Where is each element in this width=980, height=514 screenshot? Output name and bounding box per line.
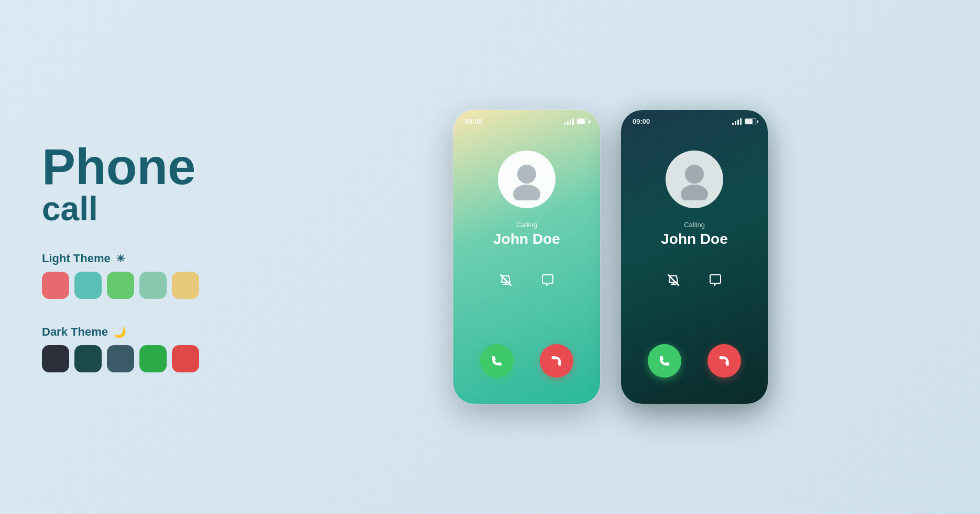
phones-panel: 09:00 (283, 110, 938, 404)
phone-decline-icon-light (549, 353, 564, 369)
signal-icon-light (564, 119, 574, 125)
mute-button-light[interactable] (494, 269, 517, 292)
swatch-light-5 (172, 272, 199, 299)
phone-dark: 09:00 (621, 110, 768, 404)
svg-point-1 (513, 185, 540, 200)
avatar-svg-light (506, 158, 548, 200)
phone-light-screen: 09:00 (453, 110, 600, 404)
left-panel: Phone call Light Theme ☀ Dark Theme 🌙 (42, 142, 241, 372)
swatch-dark-1 (42, 345, 69, 372)
decline-button-light[interactable] (540, 344, 573, 378)
accept-button-dark[interactable] (648, 344, 681, 378)
phone-decline-icon-dark (716, 353, 732, 369)
main-title: Phone call (42, 142, 241, 226)
battery-icon-dark (745, 119, 756, 124)
title-call: call (42, 192, 241, 226)
title-phone: Phone (42, 142, 241, 192)
status-icons-dark (732, 119, 756, 125)
call-info-light: Calling John Doe (493, 221, 560, 248)
action-icons-light (494, 269, 559, 292)
battery-icon-light (577, 119, 589, 124)
message-icon-dark (708, 273, 723, 287)
mute-button-dark[interactable] (662, 269, 685, 292)
status-bar-dark: 09:00 (621, 110, 768, 130)
swatch-dark-2 (74, 345, 102, 372)
status-bar-light: 09:00 (453, 110, 600, 130)
message-button-light[interactable] (536, 269, 559, 292)
call-buttons-dark (648, 344, 741, 378)
contact-name-light: John Doe (493, 231, 560, 248)
light-swatches (42, 272, 241, 299)
call-buttons-light (480, 344, 573, 378)
avatar-dark (666, 151, 723, 208)
call-info-dark: Calling John Doe (661, 221, 728, 248)
dark-theme-section: Dark Theme 🌙 (42, 325, 241, 372)
message-button-dark[interactable] (704, 269, 727, 292)
calling-label-dark: Calling (684, 221, 705, 229)
mute-icon-dark (666, 273, 681, 287)
dark-theme-label: Dark Theme 🌙 (42, 325, 241, 339)
dark-swatches (42, 345, 241, 372)
signal-icon-dark (732, 119, 742, 125)
time-dark: 09:00 (633, 117, 650, 125)
swatch-dark-3 (107, 345, 134, 372)
phone-accept-icon-dark (657, 353, 672, 369)
light-theme-section: Light Theme ☀ (42, 252, 241, 299)
swatch-light-1 (42, 272, 69, 299)
svg-point-0 (517, 165, 536, 184)
accept-button-light[interactable] (480, 344, 514, 378)
phone-dark-screen: 09:00 (621, 110, 768, 404)
swatch-dark-5 (172, 345, 199, 372)
avatar-svg-dark (673, 158, 715, 200)
time-light: 09:00 (465, 117, 482, 125)
phone-light: 09:00 (453, 110, 600, 404)
mute-icon-light (498, 273, 513, 287)
phone-accept-icon-light (489, 353, 505, 369)
swatch-dark-4 (139, 345, 167, 372)
avatar-light (498, 151, 556, 208)
contact-name-dark: John Doe (661, 231, 728, 248)
light-theme-label: Light Theme ☀ (42, 252, 241, 265)
status-icons-light (564, 119, 589, 125)
svg-point-3 (685, 165, 704, 184)
decline-button-dark[interactable] (707, 344, 741, 378)
calling-label-light: Calling (516, 221, 537, 229)
svg-point-4 (681, 185, 708, 200)
action-icons-dark (662, 269, 727, 292)
page-wrapper: Phone call Light Theme ☀ Dark Theme 🌙 (0, 0, 980, 514)
message-icon-light (540, 273, 555, 287)
swatch-light-4 (139, 272, 167, 299)
sun-icon: ☀ (116, 252, 125, 265)
swatch-light-2 (74, 272, 102, 299)
moon-icon: 🌙 (113, 326, 126, 338)
swatch-light-3 (107, 272, 134, 299)
